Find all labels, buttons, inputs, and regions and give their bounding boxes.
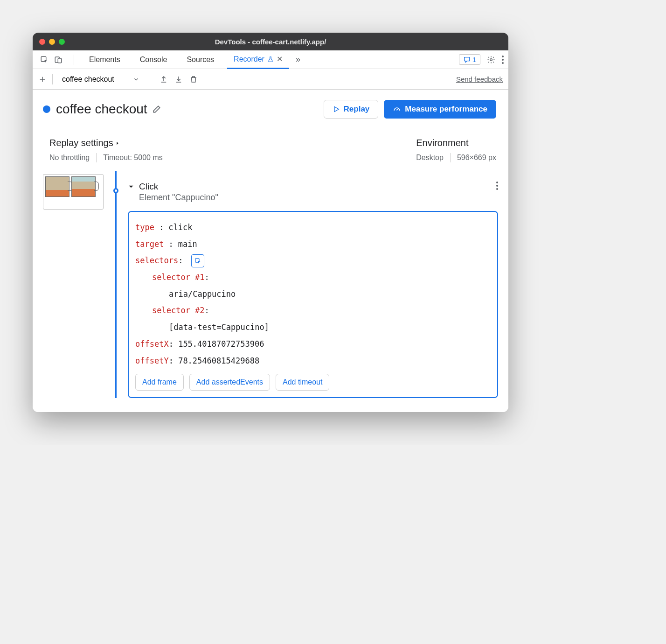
recording-indicator (43, 105, 50, 113)
add-frame-button[interactable]: Add frame (135, 374, 184, 391)
maximize-window-button[interactable] (59, 39, 65, 45)
replay-settings-toggle[interactable]: Replay settings (49, 138, 163, 148)
window-controls (39, 39, 65, 45)
replay-settings-label: Replay settings (49, 138, 113, 148)
chevron-right-icon (115, 140, 120, 147)
device-value: Desktop (416, 154, 444, 162)
tab-elements[interactable]: Elements (83, 50, 127, 69)
titlebar: DevTools - coffee-cart.netlify.app/ (33, 33, 508, 50)
import-icon[interactable] (174, 75, 183, 84)
add-timeout-button[interactable]: Add timeout (276, 374, 329, 391)
pick-selector-button[interactable] (191, 254, 204, 267)
dimensions-value: 596×669 px (457, 154, 496, 162)
replay-button-label: Replay (344, 105, 370, 114)
play-icon (333, 105, 340, 113)
replay-button[interactable]: Replay (324, 100, 379, 119)
delete-icon[interactable] (189, 75, 198, 84)
step-details: type: click target: main selectors: sele… (128, 211, 498, 398)
timeline-node[interactable] (113, 188, 118, 193)
divider (96, 153, 97, 162)
settings-row: Replay settings No throttling Timeout: 5… (33, 129, 508, 171)
step-menu-icon[interactable] (496, 182, 498, 190)
recording-select-value: coffee checkout (62, 75, 114, 84)
divider (450, 153, 451, 162)
timeout-value[interactable]: Timeout: 5000 ms (103, 154, 162, 162)
collapse-step-icon[interactable] (128, 183, 134, 190)
recorder-toolbar: coffee checkout Send feedback (33, 69, 508, 90)
code-key-offsety: offsetY (135, 356, 169, 365)
step-subtitle: Element "Cappucino" (139, 193, 218, 203)
tab-recorder[interactable]: Recorder ✕ (227, 50, 289, 69)
issues-badge[interactable]: 1 (459, 54, 480, 65)
issues-icon (463, 56, 471, 63)
recording-select[interactable]: coffee checkout (58, 73, 143, 85)
svg-point-3 (490, 58, 493, 61)
devtools-window: DevTools - coffee-cart.netlify.app/ Elem… (33, 33, 508, 412)
measure-performance-button[interactable]: Measure performance (384, 100, 496, 119)
code-val-target[interactable]: main (178, 236, 197, 253)
tab-sources[interactable]: Sources (180, 50, 221, 69)
gear-icon[interactable] (487, 56, 495, 64)
minimize-window-button[interactable] (49, 39, 55, 45)
inspect-element-icon[interactable] (40, 56, 49, 64)
recording-header: coffee checkout Replay Measure performan… (33, 90, 508, 129)
step-thumbnail[interactable] (43, 174, 104, 210)
tab-console[interactable]: Console (133, 50, 174, 69)
svg-point-4 (396, 109, 397, 110)
window-title: DevTools - coffee-cart.netlify.app/ (33, 38, 508, 46)
environment-label: Environment (416, 138, 496, 148)
gauge-icon (393, 105, 401, 113)
timeline (108, 171, 123, 398)
code-val-offsety[interactable]: 78.25460815429688 (178, 356, 259, 365)
code-selector1-label: selector #1 (152, 273, 205, 282)
code-key-offsetx: offsetX (135, 339, 169, 349)
add-recording-icon[interactable] (38, 75, 47, 84)
close-window-button[interactable] (39, 39, 45, 45)
code-key-selectors: selectors (135, 256, 178, 265)
device-toolbar-icon[interactable] (54, 56, 62, 64)
code-selector2-label: selector #2 (152, 306, 205, 315)
more-tabs-icon[interactable]: » (296, 55, 300, 64)
svg-rect-2 (58, 58, 62, 63)
divider (149, 74, 149, 84)
recording-title: coffee checkout (56, 102, 147, 117)
tab-recorder-label: Recorder (234, 55, 264, 63)
code-selector2-value[interactable]: [data-test=Cappucino] (135, 319, 491, 336)
step-title: Click (139, 182, 218, 192)
chevron-down-icon (133, 76, 139, 83)
code-selector1-value[interactable]: aria/Cappucino (135, 286, 491, 303)
devtools-tabbar: Elements Console Sources Recorder ✕ » 1 (33, 50, 508, 69)
code-val-offsetx[interactable]: 155.40187072753906 (178, 339, 264, 349)
throttling-value[interactable]: No throttling (49, 154, 90, 162)
kebab-menu-icon[interactable] (502, 56, 504, 64)
divider (52, 74, 53, 84)
send-feedback-link[interactable]: Send feedback (456, 75, 503, 83)
export-icon[interactable] (160, 75, 168, 84)
measure-button-label: Measure performance (405, 105, 487, 114)
divider (74, 55, 74, 65)
edit-title-icon[interactable] (152, 105, 161, 114)
steps-area: Click Element "Cappucino" type: click ta… (33, 171, 508, 412)
code-val-type[interactable]: click (168, 219, 192, 236)
close-tab-icon[interactable]: ✕ (277, 55, 283, 63)
issues-count: 1 (472, 56, 476, 63)
add-asserted-events-button[interactable]: Add assertedEvents (189, 374, 270, 391)
flask-icon (267, 56, 274, 63)
code-key-target: target (135, 236, 164, 253)
code-key-type: type (135, 219, 154, 236)
